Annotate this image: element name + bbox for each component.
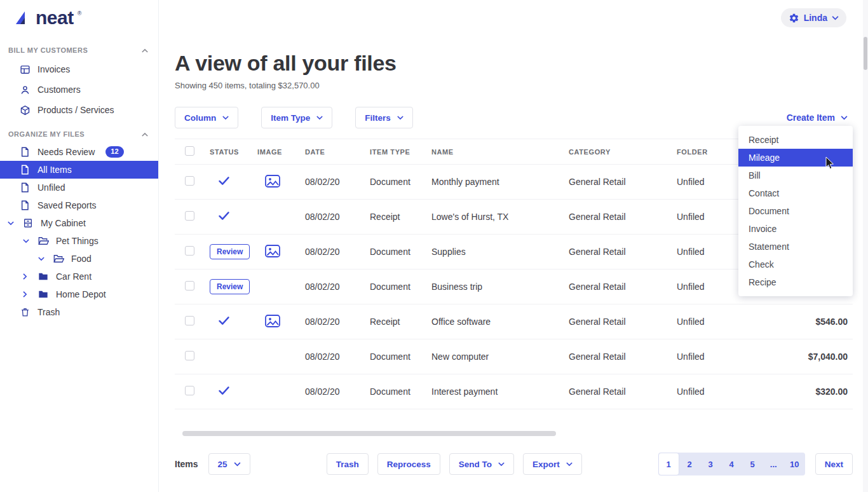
row-checkbox[interactable]: [185, 246, 194, 256]
page-button-4[interactable]: 4: [721, 453, 742, 475]
chevron-down-icon: [397, 116, 403, 120]
sidebar-item-my-cabinet[interactable]: My Cabinet: [0, 214, 158, 232]
menu-item-mileage[interactable]: Mileage: [738, 149, 853, 167]
send-to-button[interactable]: Send To: [449, 453, 514, 475]
filters-button[interactable]: Filters: [355, 107, 413, 128]
sidebar-item-trash[interactable]: Trash: [0, 303, 158, 321]
box-icon: [19, 105, 31, 116]
export-button[interactable]: Export: [523, 453, 582, 475]
chevron-down-icon: [38, 257, 46, 261]
sidebar-item-customers[interactable]: Customers: [0, 79, 158, 100]
chevron-down-icon: [23, 239, 31, 243]
row-checkbox[interactable]: [185, 211, 194, 221]
page-button-10[interactable]: 10: [784, 453, 805, 475]
section-header-bill-my-customers[interactable]: BILL MY CUSTOMERS: [0, 40, 158, 59]
row-checkbox[interactable]: [185, 176, 194, 186]
menu-item-statement[interactable]: Statement: [738, 238, 853, 256]
folder-open-icon: [53, 254, 64, 263]
chevron-down-icon: [234, 462, 241, 467]
pagination-ellipsis[interactable]: ...: [763, 453, 784, 475]
folder-open-icon: [37, 236, 49, 245]
date-cell: 08/02/20: [305, 212, 370, 222]
category-cell: General Retail: [569, 386, 677, 397]
sidebar-item-invoices[interactable]: Invoices: [0, 59, 158, 79]
table-row[interactable]: 08/02/20ReceiptOffice softwareGeneral Re…: [175, 304, 853, 339]
checkbox-cell: [175, 176, 210, 188]
page-button-1[interactable]: 1: [658, 453, 679, 475]
sidebar-item-food[interactable]: Food: [0, 250, 158, 268]
sidebar-item-label: Trash: [37, 307, 60, 317]
row-checkbox[interactable]: [185, 281, 194, 290]
sidebar-item-all-items[interactable]: All Items: [0, 161, 158, 179]
folder-cell: Unfiled: [677, 386, 753, 397]
document-icon: [19, 165, 31, 175]
horizontal-scrollbar-thumb[interactable]: [182, 431, 556, 436]
image-thumbnail-icon: [265, 315, 280, 327]
footer-bar: Items 25 TrashReprocessSend ToExport 123…: [175, 453, 853, 475]
chevron-up-icon: [142, 132, 148, 137]
chevron-down-icon: [498, 462, 505, 467]
menu-item-bill[interactable]: Bill: [738, 167, 853, 184]
column-header-item-type[interactable]: ITEM TYPE: [370, 148, 431, 156]
column-header-date[interactable]: DATE: [305, 148, 370, 156]
status-cell: [210, 212, 257, 222]
section-header-organize-my-files[interactable]: ORGANIZE MY FILES: [0, 124, 158, 143]
user-menu-button[interactable]: Linda: [781, 8, 846, 27]
trash-button[interactable]: Trash: [327, 453, 369, 475]
menu-item-recipe[interactable]: Recipe: [738, 273, 853, 291]
folder-cell: Unfiled: [677, 352, 753, 362]
button-label: Reprocess: [387, 460, 431, 469]
page-button-3[interactable]: 3: [700, 453, 721, 475]
topbar: Linda: [159, 0, 863, 36]
menu-item-invoice[interactable]: Invoice: [738, 220, 853, 238]
category-cell: General Retail: [569, 352, 677, 362]
footer-actions: TrashReprocessSend ToExport: [327, 453, 582, 475]
table-row[interactable]: 08/02/20DocumentNew computerGeneral Reta…: [175, 339, 853, 374]
column-header-name[interactable]: NAME: [431, 148, 569, 156]
sidebar-item-car-rent[interactable]: Car Rent: [0, 268, 158, 285]
sidebar: neat ® BILL MY CUSTOMERSInvoicesCustomer…: [0, 0, 159, 492]
create-item-button[interactable]: Create Item: [787, 113, 853, 123]
button-label: Filters: [365, 113, 391, 123]
checkbox-cell: [175, 246, 210, 257]
trash-icon: [19, 307, 31, 317]
menu-item-contact[interactable]: Contact: [738, 184, 853, 202]
folder-cell: Unfiled: [677, 317, 753, 327]
create-item-label: Create Item: [787, 113, 835, 123]
chevron-up-icon: [142, 48, 148, 53]
sidebar-item-label: Invoices: [37, 64, 70, 74]
sidebar-item-unfiled[interactable]: Unfiled: [0, 179, 158, 196]
menu-item-document[interactable]: Document: [738, 202, 853, 220]
item-type-button[interactable]: Item Type: [261, 107, 332, 128]
sidebar-item-home-depot[interactable]: Home Depot: [0, 285, 158, 303]
sidebar-item-saved-reports[interactable]: Saved Reports: [0, 196, 158, 214]
amount-cell: $7,040.00: [753, 352, 853, 362]
page-size-select[interactable]: 25: [208, 453, 250, 475]
column-header-category[interactable]: CATEGORY: [569, 148, 677, 156]
column-button[interactable]: Column: [175, 107, 238, 128]
next-page-button[interactable]: Next: [815, 453, 853, 475]
column-header-status[interactable]: STATUS: [210, 148, 257, 156]
status-cell: [210, 386, 257, 397]
sidebar-item-pet-things[interactable]: Pet Things: [0, 232, 158, 250]
row-checkbox[interactable]: [185, 351, 194, 360]
menu-item-receipt[interactable]: Receipt: [738, 131, 853, 149]
sidebar-item-label: Pet Things: [56, 236, 98, 246]
date-cell: 08/02/20: [305, 282, 370, 292]
sidebar-item-needs-review[interactable]: Needs Review12: [0, 143, 158, 161]
table-row[interactable]: 08/02/20DocumentInterest paymentGeneral …: [175, 374, 853, 409]
reprocess-button[interactable]: Reprocess: [377, 453, 440, 475]
sidebar-item-products-services[interactable]: Products / Services: [0, 100, 158, 120]
vertical-scrollbar[interactable]: [863, 0, 868, 492]
select-all-checkbox[interactable]: [185, 146, 194, 156]
page-button-5[interactable]: 5: [742, 453, 763, 475]
checkbox-cell: [175, 351, 210, 362]
vertical-scrollbar-thumb[interactable]: [864, 37, 867, 70]
item-type-cell: Receipt: [370, 317, 431, 327]
row-checkbox[interactable]: [185, 316, 194, 325]
row-checkbox[interactable]: [185, 386, 194, 395]
column-header-image[interactable]: IMAGE: [257, 148, 305, 156]
menu-item-check[interactable]: Check: [738, 256, 853, 273]
sidebar-item-label: Needs Review: [37, 147, 95, 157]
page-button-2[interactable]: 2: [679, 453, 700, 475]
